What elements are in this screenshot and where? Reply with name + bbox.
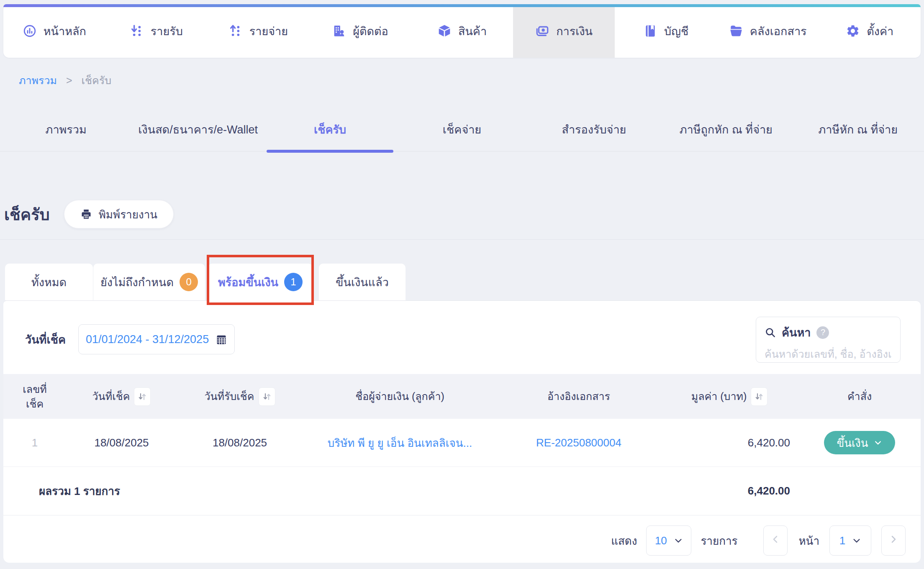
- status-tab-not-due-label: ยังไม่ถึงกำหนด: [100, 273, 174, 291]
- tab-cheques-paid[interactable]: เช็คจ่าย: [396, 120, 528, 151]
- page-title: เช็ครับ: [4, 202, 50, 227]
- summary-amount: 6,420.00: [748, 484, 790, 497]
- nav-item-expense[interactable]: รายจ่าย: [207, 4, 309, 58]
- chevron-down-icon: [874, 438, 882, 447]
- header-action: คำสั่ง: [798, 389, 921, 404]
- row-amount: 6,420.00: [660, 436, 798, 449]
- status-tab-all-label: ทั้งหมด: [31, 273, 67, 291]
- chevron-down-icon: [852, 536, 861, 545]
- nav-item-contacts[interactable]: ผู้ติดต่อ: [309, 4, 411, 58]
- nav-item-label: รายจ่าย: [249, 22, 288, 40]
- sort-icon-amount[interactable]: [751, 387, 767, 406]
- nav-item-label: รายรับ: [151, 22, 183, 40]
- print-report-button[interactable]: พิมพ์รายงาน: [64, 200, 174, 228]
- date-range-value: 01/01/2024 - 31/12/2025: [86, 333, 209, 346]
- status-tab-all[interactable]: ทั้งหมด: [5, 264, 93, 301]
- nav-item-label: สินค้า: [458, 22, 487, 40]
- table-row: 1 18/08/2025 18/08/2025 บริษัท พี ยู ยู …: [3, 419, 921, 467]
- header-check-number: เลขที่เช็ค: [3, 382, 66, 411]
- cheque-status-tabs: ทั้งหมด ยังไม่ถึงกำหนด 0 พร้อมขึ้นเงิน 1…: [5, 264, 406, 301]
- breadcrumb: ภาพรวม > เช็ครับ: [19, 72, 111, 89]
- tab-overview[interactable]: ภาพรวม: [0, 120, 132, 151]
- cash-cheque-button[interactable]: ขึ้นเงิน: [824, 431, 895, 454]
- settings-icon: [846, 24, 860, 38]
- status-tab-cashed[interactable]: ขึ้นเงินแล้ว: [319, 264, 406, 301]
- pagination-show-label: แสดง: [611, 532, 637, 549]
- status-tab-ready-to-cash[interactable]: พร้อมขึ้นเงิน 1: [208, 264, 313, 301]
- search-header: ค้นหา ?: [765, 323, 892, 341]
- sort-icon-received-date[interactable]: [259, 387, 275, 406]
- search-placeholder: ค้นหาด้วยเลขที่, ชื่อ, อ้างอิงเอก: [765, 346, 892, 362]
- page-number-select[interactable]: 1: [829, 525, 871, 556]
- nav-item-label: หน้าหลัก: [44, 22, 86, 40]
- nav-item-income[interactable]: รายรับ: [105, 4, 208, 58]
- nav-item-label: บัญชี: [664, 22, 688, 40]
- app-screen: หน้าหลัก รายรับ รายจ่าย ผู้ติดต่อ สินค้า: [0, 0, 924, 569]
- expense-icon: [228, 24, 243, 38]
- income-icon: [130, 24, 144, 38]
- tab-reserve[interactable]: สำรองรับจ่าย: [528, 120, 660, 151]
- breadcrumb-link-overview[interactable]: ภาพรวม: [19, 72, 57, 89]
- search-input[interactable]: ค้นหา ? ค้นหาด้วยเลขที่, ชื่อ, อ้างอิงเอ…: [756, 317, 901, 363]
- status-tab-ready-label: พร้อมขึ้นเงิน: [218, 273, 278, 291]
- nav-item-label: ผู้ติดต่อ: [353, 22, 388, 40]
- top-navigation: หน้าหลัก รายรับ รายจ่าย ผู้ติดต่อ สินค้า: [3, 4, 921, 58]
- chevron-right-icon: [888, 534, 898, 547]
- header-doc-ref: อ้างอิงเอกสาร: [497, 389, 660, 404]
- page-size-select[interactable]: 10: [646, 525, 691, 556]
- page-number-value: 1: [839, 534, 845, 547]
- page-size-value: 10: [655, 534, 667, 547]
- tab-withholding-tax[interactable]: ภาษีหัก ณ ที่จ่าย: [792, 120, 924, 151]
- summary-label: ผลรวม 1 รายการ: [39, 482, 120, 500]
- header-received-date: วันที่รับเช็ค: [177, 387, 303, 406]
- products-icon: [437, 24, 452, 38]
- chevron-left-icon: [770, 534, 780, 547]
- tab-tax-withheld[interactable]: ภาษีถูกหัก ณ ที่จ่าย: [660, 120, 792, 151]
- sort-icon-check-date[interactable]: [134, 387, 151, 406]
- printer-icon: [80, 208, 92, 220]
- table-header: เลขที่เช็ค วันที่เช็ค วันที่รับเช็ค ชื่อ…: [3, 374, 921, 419]
- nav-item-home[interactable]: หน้าหลัก: [3, 4, 105, 58]
- tab-cash-bank-ewallet[interactable]: เงินสด/ธนาคาร/e-Wallet: [132, 120, 264, 151]
- next-page-button[interactable]: [881, 525, 906, 556]
- nav-item-documents[interactable]: คลังเอกสาร: [717, 4, 819, 58]
- breadcrumb-current: เช็ครับ: [82, 72, 112, 89]
- chevron-down-icon: [674, 536, 683, 545]
- date-filter: วันที่เช็ค 01/01/2024 - 31/12/2025: [25, 324, 235, 354]
- search-label: ค้นหา: [782, 323, 811, 341]
- nav-item-finance[interactable]: การเงิน: [513, 4, 615, 58]
- row-payer-link[interactable]: บริษัท พี ยู ยู เอ็น อินเทลลิเจน...: [303, 434, 497, 451]
- row-received-date: 18/08/2025: [177, 436, 303, 449]
- accounting-icon: [643, 24, 657, 38]
- row-number: 1: [3, 436, 66, 449]
- search-icon: [765, 327, 776, 338]
- nav-item-label: ตั้งค่า: [867, 22, 893, 40]
- cash-cheque-label: ขึ้นเงิน: [837, 434, 868, 451]
- print-report-label: พิมพ์รายงาน: [99, 206, 157, 223]
- status-badge-ready-count: 1: [284, 273, 303, 291]
- date-range-input[interactable]: 01/01/2024 - 31/12/2025: [78, 324, 235, 354]
- status-tab-not-due[interactable]: ยังไม่ถึงกำหนด 0: [93, 264, 205, 301]
- help-icon[interactable]: ?: [816, 326, 829, 339]
- header-check-date: วันที่เช็ค: [66, 387, 177, 406]
- row-doc-ref-link[interactable]: RE-20250800004: [497, 436, 660, 449]
- content-panel: วันที่เช็ค 01/01/2024 - 31/12/2025 ค้นหา…: [3, 300, 921, 563]
- status-tab-cashed-label: ขึ้นเงินแล้ว: [336, 273, 389, 291]
- pagination-unit-label: รายการ: [701, 532, 737, 549]
- nav-item-products[interactable]: สินค้า: [411, 4, 513, 58]
- title-row: เช็ครับ พิมพ์รายงาน: [4, 199, 174, 229]
- date-filter-label: วันที่เช็ค: [25, 331, 66, 349]
- calendar-icon: [216, 333, 227, 345]
- status-badge-not-due-count: 0: [180, 273, 198, 291]
- previous-page-button[interactable]: [763, 525, 788, 556]
- row-check-date: 18/08/2025: [66, 436, 177, 449]
- nav-item-label: การเงิน: [556, 22, 593, 40]
- tab-cheques-received[interactable]: เช็ครับ: [264, 120, 396, 151]
- nav-item-accounting[interactable]: บัญชี: [615, 4, 717, 58]
- finance-icon: [535, 24, 549, 38]
- pagination: แสดง 10 รายการ หน้า 1: [611, 525, 906, 556]
- contacts-icon: [332, 24, 346, 38]
- section-divider: [0, 239, 924, 240]
- nav-item-settings[interactable]: ตั้งค่า: [819, 4, 921, 58]
- header-payer: ชื่อผู้จ่ายเงิน (ลูกค้า): [303, 389, 497, 404]
